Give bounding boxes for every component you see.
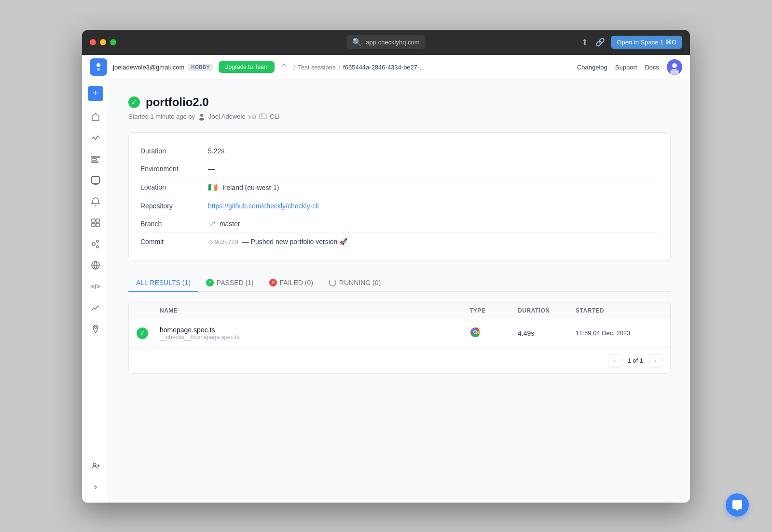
- svg-rect-5: [92, 156, 99, 158]
- svg-point-1: [97, 68, 100, 71]
- chat-button[interactable]: [726, 493, 749, 517]
- info-row-duration: Duration 5.22s: [140, 142, 659, 160]
- sidebar-item-home[interactable]: [86, 107, 105, 126]
- open-space-button[interactable]: Open in Space 1 ⌘O: [611, 36, 682, 49]
- window-controls: [90, 39, 116, 45]
- prev-page-button[interactable]: ‹: [608, 354, 621, 368]
- table-header: NAME TYPE DURATION STARTED: [129, 302, 670, 319]
- close-dot[interactable]: [90, 39, 96, 45]
- user-icon: [198, 113, 206, 121]
- tab-passed-label: PASSED (1): [217, 279, 254, 286]
- add-button[interactable]: +: [88, 86, 103, 101]
- svg-rect-11: [92, 223, 95, 227]
- svg-rect-12: [96, 223, 99, 227]
- breadcrumb-sep1: /: [293, 64, 295, 71]
- started-label: Started 1 minute ago by: [128, 113, 195, 120]
- branch-label: Branch: [140, 220, 208, 228]
- tab-all-results[interactable]: ALL RESULTS (1): [128, 274, 198, 292]
- sidebar-item-heartbeat[interactable]: [86, 150, 105, 169]
- branch-icon: ⎇: [208, 220, 216, 228]
- page-title: portfolio2.0: [146, 95, 209, 109]
- docs-link[interactable]: Docs: [645, 64, 659, 71]
- app-logo[interactable]: [90, 58, 107, 76]
- sidebar-item-alerts[interactable]: [86, 192, 105, 211]
- svg-point-18: [95, 327, 96, 328]
- upgrade-button[interactable]: Upgrade to Team: [219, 61, 275, 73]
- svg-rect-7: [92, 161, 98, 163]
- sidebar-item-dashboards[interactable]: [86, 213, 105, 232]
- sidebar-expand-button[interactable]: [86, 477, 105, 497]
- header-nav-right: Changelog Support Docs: [577, 59, 682, 75]
- header-user: joeladewole3@gmail.com HOBBY: [113, 64, 213, 71]
- sidebar-item-invite[interactable]: [86, 456, 105, 476]
- bookmark-icon[interactable]: 🔗: [593, 36, 607, 49]
- sidebar-item-checks[interactable]: [86, 128, 105, 148]
- table-row[interactable]: ✓ homepage.spec.ts __checks__/homepage.s…: [129, 319, 670, 348]
- svg-rect-8: [92, 177, 99, 183]
- breadcrumb-chevron: ⌃: [280, 62, 288, 72]
- sidebar-item-sessions[interactable]: [86, 171, 105, 190]
- tab-running[interactable]: RUNNING (0): [321, 274, 388, 292]
- share-icon[interactable]: ⬆: [579, 36, 590, 49]
- url-text: app.checklyhq.com: [366, 39, 419, 46]
- svg-point-13: [92, 243, 95, 246]
- running-icon: [329, 279, 336, 286]
- tab-failed[interactable]: ✕ FAILED (0): [262, 274, 321, 292]
- col-header-duration: DURATION: [518, 307, 576, 314]
- environment-value: —: [208, 165, 215, 173]
- ireland-flag: 🇮🇪: [208, 183, 218, 192]
- url-bar[interactable]: 🔍 app.checklyhq.com: [346, 35, 425, 49]
- svg-rect-10: [96, 219, 99, 222]
- repository-link[interactable]: https://github.com/checkly/checkly-cli: [208, 202, 319, 210]
- sidebar-item-code[interactable]: [86, 277, 105, 296]
- svg-line-17: [95, 284, 96, 289]
- page-subtitle: Started 1 minute ago by Joel Adewole via…: [128, 113, 671, 121]
- chrome-icon: [469, 327, 481, 338]
- sidebar-item-global[interactable]: [86, 256, 105, 275]
- sidebar-bottom: [86, 456, 105, 497]
- svg-point-28: [474, 331, 477, 333]
- tab-running-label: RUNNING (0): [339, 279, 381, 286]
- svg-point-22: [200, 114, 203, 117]
- environment-label: Environment: [140, 165, 208, 173]
- info-row-location: Location 🇮🇪 Ireland (eu-west-1): [140, 178, 659, 197]
- breadcrumb-current: f655444a-2846-4334-be27-...: [343, 64, 425, 71]
- info-card: Duration 5.22s Environment — Location 🇮🇪…: [128, 132, 671, 260]
- main-content: ✓ portfolio2.0 Started 1 minute ago by J…: [109, 80, 690, 503]
- chat-icon: [731, 499, 743, 511]
- location-text: Ireland (eu-west-1): [222, 184, 279, 191]
- row-started: 11:59 04 Dec, 2023: [576, 329, 662, 337]
- sidebar-item-locations[interactable]: [86, 319, 105, 339]
- commit-message: — Pushed new portfolio version 🚀: [242, 238, 348, 246]
- location-value: 🇮🇪 Ireland (eu-west-1): [208, 183, 279, 192]
- row-duration: 4.49s: [518, 329, 576, 337]
- sidebar: +: [82, 80, 109, 503]
- commit-label: Commit: [140, 238, 208, 246]
- row-status-icon: ✓: [137, 327, 148, 339]
- failed-icon: ✕: [269, 279, 277, 286]
- avatar[interactable]: [667, 59, 682, 75]
- via-label: via: [248, 113, 257, 120]
- titlebar-actions: ⬆ 🔗 Open in Space 1 ⌘O: [579, 36, 682, 49]
- support-link[interactable]: Support: [615, 64, 637, 71]
- results-table: NAME TYPE DURATION STARTED ✓ homepage.sp…: [128, 302, 671, 374]
- sidebar-item-reports[interactable]: [86, 298, 105, 317]
- row-path: __checks__/homepage.spec.ts: [160, 334, 469, 341]
- commit-hash: ◇ 9c3c729: [208, 238, 238, 246]
- started-user: Joel Adewole: [208, 113, 246, 120]
- user-email: joeladewole3@gmail.com: [113, 64, 184, 71]
- next-page-button[interactable]: ›: [649, 354, 662, 368]
- minimize-dot[interactable]: [100, 39, 106, 45]
- duration-label: Duration: [140, 147, 208, 155]
- page-info: 1 of 1: [627, 357, 643, 364]
- duration-value: 5.22s: [208, 147, 224, 155]
- sidebar-item-integrations[interactable]: [86, 234, 105, 254]
- page-header: ✓ portfolio2.0: [128, 95, 671, 109]
- svg-point-19: [93, 463, 96, 466]
- maximize-dot[interactable]: [110, 39, 116, 45]
- breadcrumb-sep2: /: [338, 64, 340, 71]
- breadcrumb-test-sessions[interactable]: Test sessions: [298, 64, 335, 71]
- svg-point-3: [672, 63, 677, 68]
- changelog-link[interactable]: Changelog: [577, 64, 607, 71]
- tab-passed[interactable]: ✓ PASSED (1): [198, 274, 262, 292]
